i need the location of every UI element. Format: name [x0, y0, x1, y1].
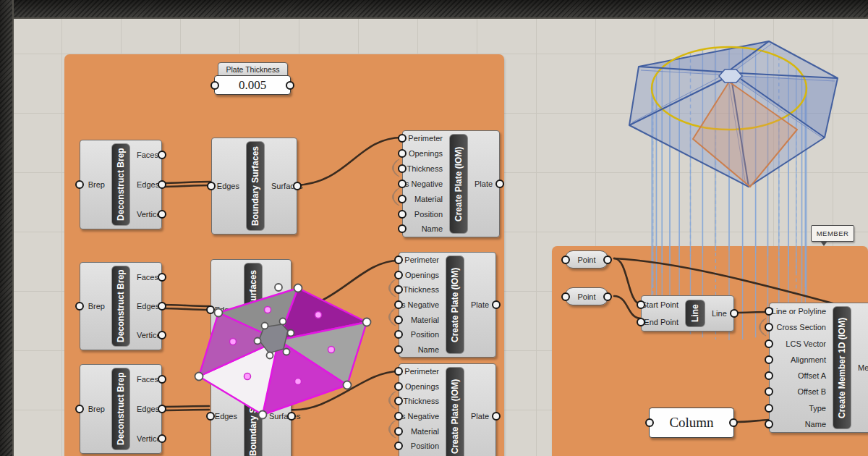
input-connector[interactable]	[398, 180, 407, 188]
output-connector[interactable]	[158, 180, 166, 189]
component-title-bar[interactable]: Boundary Surfaces	[244, 369, 263, 456]
output-connector[interactable]	[495, 180, 504, 188]
component-title-bar[interactable]: Boundary Surfaces	[246, 141, 265, 231]
canvas-edge-top	[0, 0, 868, 19]
input-connector[interactable]	[398, 224, 407, 233]
input-connector[interactable]	[206, 305, 215, 314]
input-connector[interactable]	[394, 285, 403, 294]
column-name-panel[interactable]: Column	[649, 408, 734, 438]
output-connector[interactable]	[158, 434, 166, 443]
output-connector[interactable]	[287, 305, 296, 314]
component-title-bar[interactable]: Deconstruct Brep	[111, 368, 130, 450]
component-deconstruct-brep-3[interactable]: Brep Deconstruct Brep FacesEdgesVertices	[80, 364, 162, 454]
output-connector[interactable]	[492, 300, 501, 309]
component-line[interactable]: Start PointEnd Point Line Line	[641, 295, 734, 332]
component-create-plate-1[interactable]: PerimeterOpeningsThicknessIs NegativeMat…	[402, 130, 500, 237]
slider-header[interactable]: Plate Thickness	[218, 62, 288, 77]
output-label: Faces	[137, 151, 158, 159]
component-deconstruct-brep-2[interactable]: Brep Deconstruct Brep FacesEdgesVertices	[80, 262, 162, 350]
input-connector[interactable]	[398, 195, 407, 203]
component-boundary-surfaces-3[interactable]: Edges Boundary Surfaces Surfaces	[210, 366, 292, 456]
component-boundary-surfaces-2[interactable]: Edges Boundary Surfaces Surfaces	[210, 259, 292, 360]
component-title-bar[interactable]: Deconstruct Brep	[111, 266, 130, 347]
input-connector[interactable]	[75, 180, 84, 189]
component-create-plate-3[interactable]: PerimeterOpeningsThicknessIs NegativeMat…	[399, 363, 496, 456]
input-connector[interactable]	[394, 330, 403, 339]
input-connector[interactable]	[75, 302, 84, 311]
component-create-plate-2[interactable]: PerimeterOpeningsThicknessIs NegativeMat…	[399, 252, 496, 358]
component-point-1[interactable]: Point	[565, 250, 608, 269]
input-connector[interactable]	[394, 300, 403, 309]
output-connector[interactable]	[603, 256, 612, 264]
input-connector[interactable]	[398, 164, 407, 173]
output-connector[interactable]	[158, 151, 166, 159]
input-connector[interactable]	[637, 318, 645, 326]
output-connector[interactable]	[286, 81, 294, 90]
input-connector[interactable]	[394, 412, 403, 421]
input-connector[interactable]	[394, 442, 403, 450]
output-label: Line	[712, 309, 727, 318]
input-connector[interactable]	[394, 271, 403, 279]
component-deconstruct-brep-1[interactable]: Brep Deconstruct Brep FacesEdgesVertices	[80, 140, 162, 229]
input-connector[interactable]	[394, 382, 403, 391]
member-group-tag[interactable]: MEMBER	[811, 225, 854, 242]
input-connector[interactable]	[765, 323, 773, 332]
input-connector[interactable]	[394, 316, 403, 324]
input-connector[interactable]	[75, 405, 84, 413]
component-title-bar[interactable]: Create Plate (IOM)	[446, 367, 464, 456]
component-title-bar[interactable]: Deconstruct Brep	[111, 143, 130, 226]
output-connector[interactable]	[158, 331, 166, 339]
input-connector[interactable]	[398, 149, 407, 158]
input-connector[interactable]	[765, 404, 773, 413]
input-connector[interactable]	[398, 134, 407, 143]
component-title-bar[interactable]: Create Member 1D (IOM)	[833, 306, 851, 429]
output-connector[interactable]	[158, 405, 166, 413]
input-connector[interactable]	[394, 256, 403, 264]
component-boundary-surfaces-1[interactable]: Edges Boundary Surfaces Surfaces	[211, 138, 297, 235]
input-label: Perimeter	[408, 134, 443, 143]
input-connector[interactable]	[765, 355, 773, 364]
input-connector[interactable]	[765, 307, 773, 316]
component-title-bar[interactable]: Line	[685, 300, 705, 327]
input-connector[interactable]	[561, 292, 570, 301]
component-create-member-1d[interactable]: Line or PolylineCross SectionLCS VectorA…	[769, 303, 868, 433]
input-connector[interactable]	[394, 427, 403, 436]
column-panel-text: Column	[669, 415, 713, 431]
input-label: Material	[411, 427, 439, 436]
input-connector[interactable]	[765, 387, 773, 396]
input-connector[interactable]	[394, 397, 403, 405]
output-connector[interactable]	[730, 309, 739, 318]
output-connector[interactable]	[158, 210, 166, 219]
input-connector[interactable]	[206, 412, 215, 421]
point-label: Point	[577, 292, 595, 301]
output-connector[interactable]	[293, 182, 302, 190]
input-connector[interactable]	[210, 81, 219, 90]
input-connector[interactable]	[207, 182, 216, 190]
input-connector[interactable]	[765, 339, 773, 348]
input-connector[interactable]	[765, 420, 773, 428]
component-title-bar[interactable]: Boundary Surfaces	[244, 263, 263, 356]
input-connector[interactable]	[394, 367, 403, 376]
input-connector[interactable]	[765, 371, 773, 380]
input-connector[interactable]	[394, 345, 403, 354]
input-connector[interactable]	[645, 418, 654, 427]
input-label: Is Negative	[399, 300, 439, 309]
component-title-bar[interactable]: Create Plate (IOM)	[446, 256, 464, 354]
plate-thickness-value-panel[interactable]: 0.005	[214, 75, 291, 95]
output-connector[interactable]	[287, 412, 296, 421]
output-connector[interactable]	[603, 292, 612, 301]
output-connector[interactable]	[492, 412, 501, 421]
output-connector[interactable]	[158, 375, 166, 384]
output-connector[interactable]	[729, 418, 738, 427]
input-label: Start Point	[642, 300, 678, 309]
input-label: Offset B	[797, 387, 826, 396]
output-connector[interactable]	[158, 273, 166, 282]
output-connector[interactable]	[158, 302, 166, 311]
component-title-bar[interactable]: Create Plate (IOM)	[449, 134, 468, 234]
input-connector[interactable]	[637, 300, 645, 309]
input-label: Name	[418, 345, 439, 354]
input-connector[interactable]	[561, 256, 570, 264]
input-connector[interactable]	[398, 210, 407, 219]
component-point-2[interactable]: Point	[565, 287, 608, 305]
input-label: Is Negative	[399, 412, 439, 421]
